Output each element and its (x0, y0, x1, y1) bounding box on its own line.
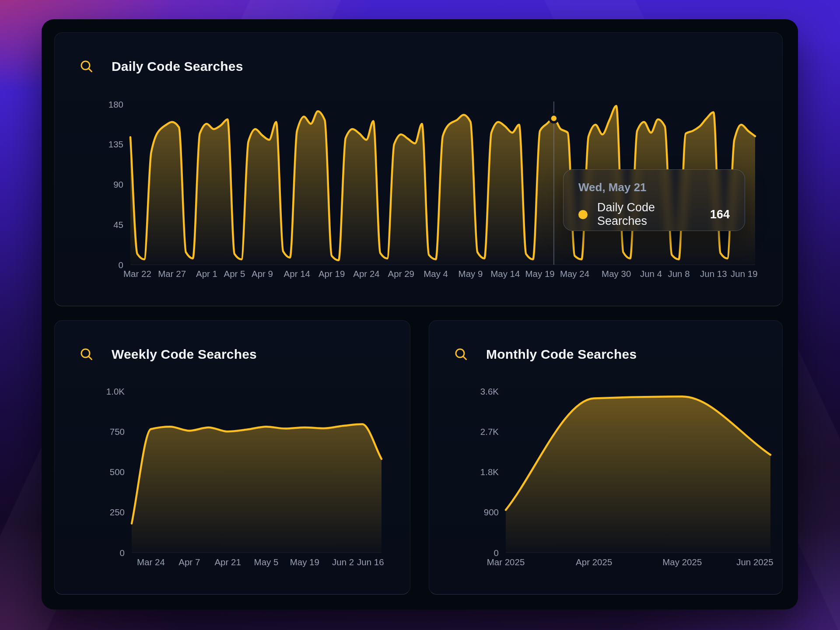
svg-text:Jun 16: Jun 16 (357, 557, 384, 567)
svg-text:135: 135 (108, 139, 123, 149)
svg-text:Apr 2025: Apr 2025 (576, 557, 612, 567)
search-icon (454, 347, 469, 362)
svg-text:45: 45 (113, 220, 123, 230)
svg-text:2.7K: 2.7K (480, 427, 499, 437)
card-title-monthly: Monthly Code Searches (486, 347, 637, 362)
svg-text:Jun 8: Jun 8 (668, 269, 690, 279)
svg-text:Apr 5: Apr 5 (224, 269, 245, 279)
card-header: Monthly Code Searches (454, 347, 637, 362)
svg-text:180: 180 (108, 99, 123, 109)
svg-text:Apr 9: Apr 9 (252, 269, 273, 279)
svg-text:Mar 27: Mar 27 (158, 269, 186, 279)
svg-text:750: 750 (110, 427, 125, 437)
svg-text:500: 500 (110, 467, 125, 477)
svg-text:900: 900 (484, 507, 499, 517)
tooltip-row: Daily Code Searches 164 (578, 201, 730, 228)
svg-text:May 19: May 19 (290, 557, 319, 567)
svg-text:Apr 7: Apr 7 (178, 557, 200, 567)
svg-text:Jun 19: Jun 19 (731, 269, 758, 279)
wallpaper-background: Daily Code Searches 04590135180Mar 22Mar… (0, 0, 840, 630)
card-header: Daily Code Searches (79, 59, 243, 74)
svg-text:May 9: May 9 (458, 269, 483, 279)
svg-text:May 5: May 5 (254, 557, 279, 567)
svg-text:Apr 14: Apr 14 (284, 269, 310, 279)
svg-text:250: 250 (110, 507, 125, 517)
tooltip-value: 164 (710, 208, 730, 221)
series-dot-icon (578, 210, 588, 219)
monthly-code-searches-card: Monthly Code Searches 09001.8K2.7K3.6KMa… (429, 320, 783, 595)
tooltip-series-label: Daily Code Searches (597, 201, 697, 228)
svg-text:Apr 19: Apr 19 (318, 269, 345, 279)
svg-text:0: 0 (494, 548, 499, 558)
svg-text:Mar 2025: Mar 2025 (487, 557, 525, 567)
svg-text:0: 0 (120, 548, 125, 558)
dashboard-panel: Daily Code Searches 04590135180Mar 22Mar… (42, 19, 798, 609)
svg-text:Mar 22: Mar 22 (123, 269, 151, 279)
svg-text:Apr 21: Apr 21 (214, 557, 241, 567)
svg-text:Apr 29: Apr 29 (388, 269, 414, 279)
weekly-code-searches-card: Weekly Code Searches 02505007501.0KMar 2… (54, 320, 410, 595)
tooltip-date: Wed, May 21 (578, 181, 730, 194)
svg-text:May 2025: May 2025 (662, 557, 702, 567)
svg-text:0: 0 (119, 260, 123, 270)
svg-text:May 19: May 19 (525, 269, 554, 279)
card-header: Weekly Code Searches (79, 347, 257, 362)
svg-text:Apr 1: Apr 1 (196, 269, 217, 279)
svg-text:1.8K: 1.8K (480, 467, 499, 477)
svg-text:1.0K: 1.0K (106, 386, 125, 396)
card-title-daily: Daily Code Searches (112, 59, 243, 74)
svg-text:Jun 13: Jun 13 (700, 269, 727, 279)
svg-text:May 4: May 4 (424, 269, 448, 279)
daily-code-searches-card: Daily Code Searches 04590135180Mar 22Mar… (54, 32, 783, 306)
svg-text:3.6K: 3.6K (480, 386, 499, 396)
svg-text:May 24: May 24 (560, 269, 589, 279)
card-title-weekly: Weekly Code Searches (112, 347, 257, 362)
svg-text:Jun 4: Jun 4 (640, 269, 662, 279)
svg-text:Jun 2025: Jun 2025 (736, 557, 773, 567)
chart-tooltip: Wed, May 21 Daily Code Searches 164 (563, 169, 745, 231)
svg-text:May 14: May 14 (490, 269, 520, 279)
svg-text:Mar 24: Mar 24 (137, 557, 165, 567)
svg-text:90: 90 (113, 179, 123, 189)
search-icon (79, 59, 94, 74)
svg-text:Jun 2: Jun 2 (332, 557, 354, 567)
svg-text:Apr 24: Apr 24 (353, 269, 379, 279)
svg-text:May 30: May 30 (602, 269, 631, 279)
search-icon (79, 347, 94, 362)
